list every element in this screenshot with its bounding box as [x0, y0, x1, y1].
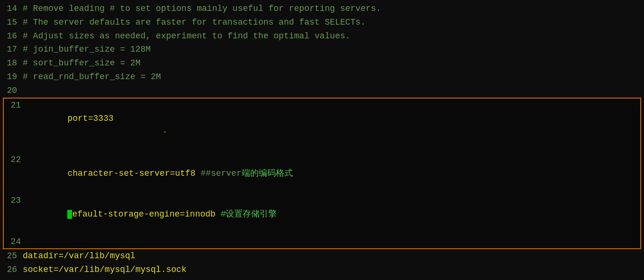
line-16: 16 # Adjust sizes as needed, experiment … — [0, 29, 644, 43]
line-21: 21 port=3333 - — [4, 99, 640, 153]
line-14: 14 # Remove leading # to set options mai… — [0, 2, 644, 16]
line-20: 20 — [0, 84, 644, 98]
line-22: 22 character-set-server=utf8 ##server端的编… — [4, 153, 640, 194]
line-15: 15 # The server defaults are faster for … — [0, 16, 644, 29]
text-cursor — [67, 210, 72, 219]
line-23: 23 efault-storage-engine=innodb #设置存储引擎 — [4, 194, 640, 235]
selected-block: 21 port=3333 - 22 character-set-server=u… — [3, 98, 641, 250]
line-19: 19 # read_rnd_buffer_size = 2M — [0, 70, 644, 84]
line-27: 27 — [0, 277, 644, 280]
line-24: 24 — [4, 235, 640, 249]
line-26: 26 socket=/var/lib/mysql/mysql.sock — [0, 263, 644, 277]
line-18: 18 # sort_buffer_size = 2M — [0, 56, 644, 70]
line-17: 17 # join_buffer_size = 128M — [0, 43, 644, 56]
line-25: 25 datadir=/var/lib/mysql — [0, 249, 644, 263]
code-editor: 14 # Remove leading # to set options mai… — [0, 0, 644, 280]
